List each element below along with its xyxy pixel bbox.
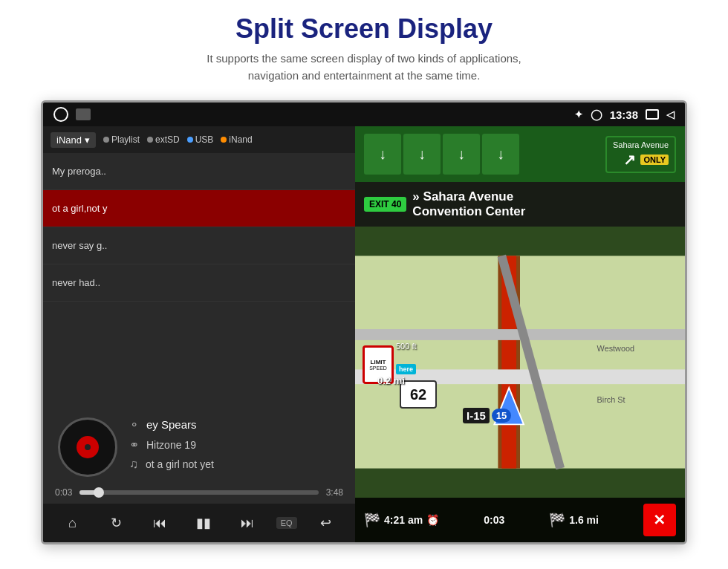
destination-line1: » Sahara Avenue (412, 189, 525, 204)
dot-inand (221, 137, 227, 143)
hw-arrow-4: ↓ (482, 134, 519, 175)
hw-arrow-1: ↓ (364, 134, 401, 175)
map-area: Birch St Westwood 62 I-15 15 LIMIT SPEED… (355, 227, 685, 498)
eq-button[interactable]: EQ (276, 517, 297, 529)
dot-extsd (147, 137, 153, 143)
playpause-button[interactable]: ▮▮ (189, 508, 218, 538)
highway-sign-right: Sahara Avenue ↗ ONLY (605, 136, 676, 173)
exit-info-bar: EXIT 40 » Sahara Avenue Convention Cente… (355, 182, 685, 227)
highway-arrows: ↓ ↓ ↓ ↓ (364, 134, 602, 175)
hw-arrow-2: ↓ (403, 134, 441, 175)
eta-time: 4:21 am (384, 514, 423, 526)
i15-badge: I-15 15 (463, 408, 511, 423)
track-info: ⚬ ey Spears ⚭ Hitzone 19 ♫ ot a girl not… (129, 417, 340, 477)
progress-total: 3:48 (326, 487, 343, 498)
progress-section: 0:03 3:48 (43, 484, 355, 504)
next-button[interactable]: ⏭ (233, 508, 262, 538)
road-62-sign: 62 (400, 380, 437, 409)
bluetooth-icon: ✦ (574, 108, 583, 120)
track-title: ot a girl not yet (146, 458, 214, 470)
window-icon (646, 109, 659, 120)
source-dropdown[interactable]: iNand ▾ (51, 132, 96, 148)
exit-destination: » Sahara Avenue Convention Center (412, 189, 525, 220)
nav-stat-elapsed: 0:03 (484, 514, 504, 526)
playlist-item-0[interactable]: My preroga.. (43, 153, 355, 190)
circle-icon (53, 107, 68, 122)
flag-icon-dest: 🏁 (549, 512, 565, 528)
hw-right-arrow: ↗ (623, 151, 636, 169)
split-screen: iNand ▾ Playlist extSD USB (43, 126, 685, 542)
device-frame: ✦ ◯ 13:38 ◁ iNand ▾ Playlist (41, 100, 687, 544)
repeat-button[interactable]: ↻ (101, 508, 131, 538)
album-art (58, 417, 117, 477)
nav-close-button[interactable]: ✕ (643, 504, 676, 536)
dot-usb (187, 137, 193, 143)
nav-stat-remaining: 🏁 1.6 mi (549, 512, 599, 528)
artist-icon: ⚬ (129, 417, 139, 432)
source-tab-usb[interactable]: USB (187, 134, 214, 145)
track-artist-row: ⚬ ey Spears (129, 417, 340, 432)
back-icon: ◁ (666, 108, 675, 120)
track-artist: ey Spears (146, 418, 197, 431)
page-title: Split Screen Display (0, 13, 728, 45)
clock-icon: ⏰ (426, 514, 439, 526)
progress-current: 0:03 (55, 487, 72, 498)
source-tab-inand[interactable]: iNand (221, 134, 252, 145)
player-center: ⚬ ey Spears ⚭ Hitzone 19 ♫ ot a girl not… (43, 410, 355, 484)
page-subtitle: It supports the same screen display of t… (0, 51, 728, 84)
distance-indicator: 0.2 mi (377, 375, 405, 386)
remaining-dist: 1.6 mi (569, 514, 599, 526)
destination-line2: Convention Center (412, 204, 525, 219)
i15-shield: 15 (492, 409, 511, 423)
dropdown-chevron: ▾ (85, 134, 90, 146)
here-logo: here (396, 364, 416, 374)
dot-playlist (103, 137, 109, 143)
i15-text: I-15 (463, 408, 490, 423)
home-button[interactable]: ⌂ (57, 508, 87, 538)
flag-icon-eta: 🏁 (364, 512, 380, 528)
track-title-row: ♫ ot a girl not yet (129, 458, 340, 471)
note-icon: ♫ (129, 458, 138, 471)
nav-stat-eta: 🏁 4:21 am ⏰ (364, 512, 439, 528)
album-icon: ⚭ (129, 438, 139, 452)
source-tabs: Playlist extSD USB iNand (103, 134, 253, 145)
music-panel: iNand ▾ Playlist extSD USB (43, 126, 355, 542)
back-button[interactable]: ↩ (311, 508, 340, 538)
prev-button[interactable]: ⏮ (145, 508, 175, 538)
playlist-item-1[interactable]: ot a girl,not y (43, 190, 355, 227)
source-selector: iNand ▾ Playlist extSD USB (43, 126, 355, 153)
location-icon: ◯ (591, 108, 602, 120)
svg-text:Westwood: Westwood (597, 344, 634, 353)
progress-bar[interactable] (79, 490, 318, 495)
image-icon (76, 108, 91, 120)
controls-bar: ⌂ ↻ ⏮ ▮▮ ⏭ EQ ↩ (43, 504, 355, 542)
ft-sign: 500 ft (396, 342, 417, 351)
track-album: Hitzone 19 (146, 439, 196, 451)
status-time: 13:38 (610, 108, 638, 121)
nav-panel: ↓ ↓ ↓ ↓ Sahara Avenue ↗ ONLY EXIT (355, 126, 685, 542)
only-badge: ONLY (640, 155, 669, 165)
track-album-row: ⚭ Hitzone 19 (129, 438, 340, 452)
playlist-item-3[interactable]: never had.. (43, 264, 355, 302)
nav-bottom-bar: 🏁 4:21 am ⏰ 0:03 🏁 1.6 mi ✕ (355, 498, 685, 542)
playlist-item-2[interactable]: never say g.. (43, 227, 355, 264)
progress-thumb (94, 487, 104, 498)
page-header: Split Screen Display It supports the sam… (0, 0, 728, 91)
svg-text:Birch St: Birch St (597, 395, 625, 404)
hw-arrow-3: ↓ (443, 134, 480, 175)
album-art-inner (77, 436, 99, 458)
source-tab-playlist[interactable]: Playlist (103, 134, 140, 145)
map-svg: Birch St Westwood (355, 227, 685, 498)
source-tab-extsd[interactable]: extSD (147, 134, 180, 145)
sahara-sign-text: Sahara Avenue (613, 140, 669, 149)
status-bar: ✦ ◯ 13:38 ◁ (43, 103, 685, 126)
highway-sign-bar: ↓ ↓ ↓ ↓ Sahara Avenue ↗ ONLY (355, 126, 685, 182)
elapsed-time: 0:03 (484, 514, 504, 526)
playlist: My preroga.. ot a girl,not y never say g… (43, 153, 355, 410)
progress-bar-container: 0:03 3:48 (55, 487, 343, 498)
exit-badge: EXIT 40 (364, 197, 406, 212)
